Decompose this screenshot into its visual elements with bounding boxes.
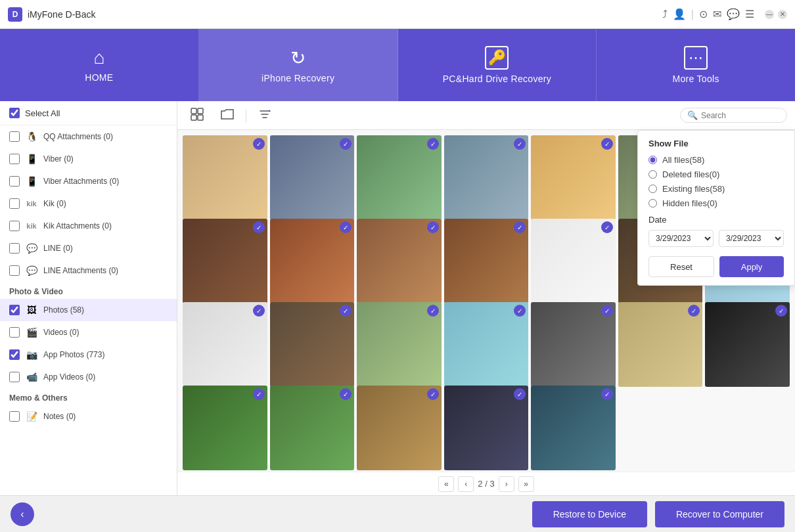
photo-checkbox[interactable]: ✓ — [340, 388, 352, 400]
photo-checkbox[interactable]: ✓ — [253, 138, 265, 150]
title-bar: D iMyFone D-Back ⤴ 👤 | ⊙ ✉ 💬 ☰ — ✕ — [0, 0, 795, 29]
sidebar-item-line-attachments[interactable]: 💬 LINE Attachments (0) — [0, 259, 177, 282]
photo-item[interactable]: ✓ — [444, 302, 529, 387]
photo-item[interactable]: ✓ — [357, 219, 442, 303]
nav-more-tools-label: More Tools — [673, 74, 719, 84]
nav-home[interactable]: ⌂ HOME — [0, 29, 199, 101]
photo-checkbox[interactable]: ✓ — [601, 305, 613, 317]
photo-checkbox[interactable]: ✓ — [514, 138, 526, 150]
sidebar-item-kik-attachments[interactable]: kik Kik Attachments (0) — [0, 215, 177, 237]
main-area: Select All 🐧 QQ Attachments (0) 📱 Viber … — [0, 101, 795, 495]
sidebar-item-kik[interactable]: kik Kik (0) — [0, 192, 177, 215]
photo-item[interactable]: ✓ — [183, 302, 267, 387]
nav-more-tools[interactable]: ⋯ More Tools — [597, 29, 795, 101]
photo-checkbox[interactable]: ✓ — [601, 388, 613, 400]
filter-button[interactable] — [253, 105, 277, 126]
photo-checkbox[interactable]: ✓ — [340, 138, 352, 150]
sidebar-item-app-photos[interactable]: 📷 App Photos (773) — [0, 344, 177, 366]
sidebar-item-qq-attachments[interactable]: 🐧 QQ Attachments (0) — [0, 125, 177, 148]
close-button[interactable]: ✕ — [778, 10, 787, 19]
photo-item[interactable]: ✓ — [183, 219, 267, 303]
photo-checkbox[interactable]: ✓ — [601, 221, 613, 233]
folder-button[interactable] — [216, 106, 239, 125]
account-icon[interactable]: 👤 — [673, 8, 686, 20]
sidebar-item-photos[interactable]: 🖼 Photos (58) — [0, 299, 177, 321]
mail-icon[interactable]: ✉ — [713, 8, 721, 20]
share-icon[interactable]: ⤴ — [662, 9, 668, 20]
photo-checkbox[interactable]: ✓ — [427, 388, 439, 400]
photo-checkbox[interactable]: ✓ — [601, 138, 613, 150]
photo-checkbox[interactable]: ✓ — [340, 305, 352, 317]
last-page-button[interactable]: » — [518, 476, 534, 492]
photo-item[interactable]: ✓ — [270, 302, 355, 387]
sidebar-item-viber[interactable]: 📱 Viber (0) — [0, 148, 177, 170]
sidebar-item-notes[interactable]: 📝 Notes (0) — [0, 405, 177, 428]
photo-item[interactable]: ✓ — [618, 302, 703, 387]
nav-pc-recovery[interactable]: 🔑 PC&Hard Drive Recovery — [398, 29, 597, 101]
first-page-button[interactable]: « — [438, 476, 454, 492]
photo-item[interactable]: ✓ — [270, 219, 355, 303]
date-from-select[interactable]: 3/29/2023 — [648, 230, 714, 247]
photo-checkbox[interactable]: ✓ — [514, 305, 526, 317]
search-input[interactable] — [701, 111, 780, 120]
sidebar-item-viber-attachments[interactable]: 📱 Viber Attachments (0) — [0, 170, 177, 192]
photo-item[interactable]: ✓ — [531, 386, 616, 470]
filter-option-deleted[interactable]: Deleted files(0) — [648, 169, 784, 179]
photo-checkbox[interactable]: ✓ — [427, 305, 439, 317]
filter-option-hidden[interactable]: Hidden files(0) — [648, 198, 784, 208]
photo-checkbox[interactable]: ✓ — [514, 221, 526, 233]
apply-button[interactable]: Apply — [719, 256, 784, 277]
photo-checkbox[interactable]: ✓ — [688, 305, 700, 317]
photo-item[interactable]: ✓ — [444, 135, 529, 220]
grid-view-button[interactable] — [185, 105, 209, 126]
photo-checkbox[interactable]: ✓ — [775, 305, 787, 317]
photo-item[interactable]: ✓ — [357, 302, 442, 387]
sidebar-item-videos[interactable]: 🎬 Videos (0) — [0, 321, 177, 344]
sidebar-item-app-videos[interactable]: 📹 App Videos (0) — [0, 366, 177, 388]
location-icon[interactable]: ⊙ — [699, 8, 708, 20]
photos-icon: 🖼 — [25, 303, 38, 317]
photo-checkbox[interactable]: ✓ — [253, 305, 265, 317]
photo-item[interactable]: ✓ — [531, 302, 616, 387]
photo-checkbox[interactable]: ✓ — [253, 388, 265, 400]
photo-item[interactable]: ✓ — [357, 386, 442, 470]
photo-item[interactable]: ✓ — [444, 219, 529, 303]
photo-checkbox[interactable]: ✓ — [427, 138, 439, 150]
photo-checkbox[interactable]: ✓ — [340, 221, 352, 233]
line-attachments-label: LINE Attachments (0) — [43, 266, 118, 275]
photo-checkbox[interactable]: ✓ — [427, 221, 439, 233]
filter-option-all[interactable]: All files(58) — [648, 155, 784, 165]
app-photos-label: App Photos (773) — [43, 350, 104, 359]
menu-icon[interactable]: ☰ — [745, 8, 754, 20]
select-all-checkbox[interactable] — [9, 108, 20, 118]
photo-item[interactable]: ✓ — [183, 135, 267, 220]
line-icon: 💬 — [25, 242, 38, 255]
photo-item[interactable]: ✓ — [183, 386, 267, 470]
reset-button[interactable]: Reset — [648, 256, 714, 277]
viber-attachments-label: Viber Attachments (0) — [43, 177, 119, 186]
photo-item[interactable]: ✓ — [531, 135, 616, 220]
filter-option-existing[interactable]: Existing files(58) — [648, 184, 784, 194]
recover-to-computer-button[interactable]: Recover to Computer — [655, 501, 784, 527]
photo-item[interactable]: ✓ — [531, 219, 616, 303]
photo-item[interactable]: ✓ — [705, 302, 790, 387]
restore-to-device-button[interactable]: Restore to Device — [532, 501, 647, 527]
sidebar-item-line[interactable]: 💬 LINE (0) — [0, 237, 177, 259]
photo-item[interactable]: ✓ — [444, 386, 529, 470]
chat-icon[interactable]: 💬 — [727, 8, 740, 20]
qq-icon: 🐧 — [25, 130, 38, 143]
app-title: iMyFone D-Back — [28, 9, 95, 20]
photo-item[interactable]: ✓ — [270, 386, 355, 470]
minimize-button[interactable]: — — [765, 10, 774, 19]
nav-bar: ⌂ HOME ↻ iPhone Recovery 🔑 PC&Hard Drive… — [0, 29, 795, 101]
photo-item[interactable]: ✓ — [270, 135, 355, 220]
photo-video-section-title: Photo & Video — [0, 282, 177, 299]
photo-checkbox[interactable]: ✓ — [514, 388, 526, 400]
photo-checkbox[interactable]: ✓ — [253, 221, 265, 233]
back-button[interactable]: ‹ — [11, 502, 34, 526]
nav-iphone-recovery[interactable]: ↻ iPhone Recovery — [199, 29, 398, 101]
next-page-button[interactable]: › — [499, 476, 514, 492]
photo-item[interactable]: ✓ — [357, 135, 442, 220]
date-to-select[interactable]: 3/29/2023 — [719, 230, 784, 247]
prev-page-button[interactable]: ‹ — [458, 476, 474, 492]
